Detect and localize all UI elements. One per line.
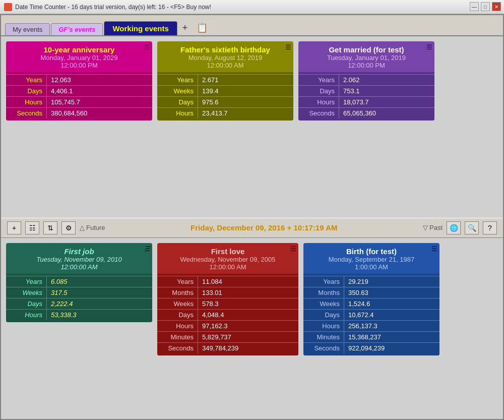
card-birth-header: Birth (for test) Monday, September 21, 1…	[303, 243, 439, 274]
card-menu-icon[interactable]: ☰	[144, 245, 150, 253]
grid-button[interactable]: ☷	[25, 221, 39, 234]
maximize-button[interactable]: □	[481, 2, 490, 11]
transfer-button[interactable]: ⇅	[43, 221, 57, 234]
card-anniversary-title: 10-year anniversary	[11, 45, 147, 54]
tab-gfevents[interactable]: GF's events	[51, 23, 103, 35]
table-row: Days 975.6	[157, 96, 293, 107]
card-married: ☰ Get married (for test) Tuesday, Januar…	[298, 41, 434, 121]
card-birth-data: Years 29.219 Months 350.63 Weeks 1,524.6…	[303, 274, 439, 355]
tabbar: My events GF's events Working events + 📋	[1, 15, 503, 36]
table-row: Hours 256,137.3	[303, 320, 439, 331]
table-row: Hours 105,745.7	[6, 96, 152, 107]
card-father-date: Monday, August 12, 2019	[162, 54, 288, 62]
card-firstjob-date: Tuesday, November 09, 2010	[11, 256, 147, 263]
settings-button[interactable]: ⚙	[61, 221, 76, 234]
card-menu-icon[interactable]: ☰	[290, 245, 296, 253]
app-icon	[4, 3, 12, 11]
table-row: Years 12.063	[6, 74, 152, 85]
card-firstjob-header: First job Tuesday, November 09, 2010 12:…	[6, 243, 152, 274]
card-married-data: Years 2.062 Days 753.1 Hours 18,073.7 Se…	[298, 72, 434, 121]
help-button[interactable]: ?	[483, 221, 497, 234]
card-firstlove-header: First love Wednesday, November 09, 2005 …	[157, 243, 298, 274]
toolbar: + ☷ ⇅ ⚙ △ Future Friday, December 09, 20…	[1, 218, 503, 238]
search-button[interactable]: 🔍	[465, 221, 479, 234]
card-birth-date: Monday, September 21, 1987	[308, 256, 434, 263]
table-row: Months 133.01	[157, 287, 298, 298]
card-anniversary-date: Monday, January 01, 2029	[11, 54, 147, 62]
table-row: Years 11.084	[157, 276, 298, 287]
add-tab-button[interactable]: +	[178, 21, 192, 35]
datetime-display: Friday, December 09, 2016 + 10:17:19 AM	[109, 223, 419, 232]
card-father: ☰ Father's sixtieth birthday Monday, Aug…	[157, 41, 293, 121]
card-menu-icon[interactable]: ☰	[144, 43, 150, 51]
bottom-panel: ☰ First job Tuesday, November 09, 2010 1…	[1, 238, 503, 419]
table-row: Years 2.671	[157, 74, 293, 85]
window-buttons: — □ ✕	[470, 2, 501, 11]
table-row: Years 2.062	[298, 74, 434, 85]
add-event-button[interactable]: +	[7, 221, 21, 234]
table-row: Weeks 1,524.6	[303, 298, 439, 309]
table-row: Hours 23,413.7	[157, 107, 293, 118]
card-birth-time: 1:00:00 AM	[308, 263, 434, 271]
card-menu-icon[interactable]: ☰	[426, 43, 432, 51]
card-father-time: 12:00:00 AM	[162, 62, 288, 69]
card-birth-title: Birth (for test)	[308, 247, 434, 256]
minimize-button[interactable]: —	[470, 2, 479, 11]
card-married-time: 12:00:00 PM	[303, 62, 429, 69]
table-row: Seconds 65,065,360	[298, 107, 434, 118]
table-row: Days 10,672.4	[303, 309, 439, 320]
table-row: Weeks 578.3	[157, 298, 298, 309]
table-row: Days 4,048.4	[157, 309, 298, 320]
table-row: Days 2,222.4	[6, 298, 152, 309]
card-firstlove-date: Wednesday, November 09, 2005	[162, 256, 293, 263]
card-firstlove-time: 12:00:00 AM	[162, 263, 293, 271]
table-row: Days 4,406.1	[6, 85, 152, 96]
card-father-header: Father's sixtieth birthday Monday, Augus…	[157, 41, 293, 72]
table-row: Years 6.085	[6, 276, 152, 287]
table-row: Seconds 922,094,239	[303, 342, 439, 353]
card-firstjob-title: First job	[11, 247, 147, 256]
card-birth: ☰ Birth (for test) Monday, September 21,…	[303, 243, 439, 355]
card-married-header: Get married (for test) Tuesday, January …	[298, 41, 434, 72]
table-row: Minutes 15,368,237	[303, 331, 439, 342]
card-menu-icon[interactable]: ☰	[431, 245, 437, 253]
card-married-date: Tuesday, January 01, 2019	[303, 54, 429, 62]
card-father-title: Father's sixtieth birthday	[162, 45, 288, 54]
titlebar: Date Time Counter - 16 days trial versio…	[0, 0, 504, 14]
table-row: Years 29.219	[303, 276, 439, 287]
table-row: Seconds 349,784,239	[157, 342, 298, 353]
table-row: Hours 97,162.3	[157, 320, 298, 331]
card-firstlove-title: First love	[162, 247, 293, 256]
card-anniversary-header: 10-year anniversary Monday, January 01, …	[6, 41, 152, 72]
title-text: Date Time Counter - 16 days trial versio…	[15, 4, 211, 11]
card-menu-icon[interactable]: ☰	[285, 43, 291, 51]
future-triangle-icon: △	[80, 224, 85, 231]
card-anniversary-data: Years 12.063 Days 4,406.1 Hours 105,745.…	[6, 72, 152, 121]
card-firstlove: ☰ First love Wednesday, November 09, 200…	[157, 243, 298, 355]
table-row: Hours 53,338.3	[6, 309, 152, 320]
card-firstjob-data: Years 6.085 Weeks 317.5 Days 2,222.4 Hou…	[6, 274, 152, 322]
top-panel: ☰ 10-year anniversary Monday, January 01…	[1, 36, 503, 218]
table-row: Months 350.63	[303, 287, 439, 298]
card-anniversary: ☰ 10-year anniversary Monday, January 01…	[6, 41, 152, 121]
table-row: Days 753.1	[298, 85, 434, 96]
tab-myevents[interactable]: My events	[5, 23, 50, 35]
card-married-title: Get married (for test)	[303, 45, 429, 54]
past-triangle-icon: ▽	[423, 224, 428, 231]
card-firstlove-data: Years 11.084 Months 133.01 Weeks 578.3 D…	[157, 274, 298, 355]
future-label: △ Future	[80, 224, 105, 231]
card-firstjob: ☰ First job Tuesday, November 09, 2010 1…	[6, 243, 152, 322]
table-row: Weeks 317.5	[6, 287, 152, 298]
table-row: Hours 18,073.7	[298, 96, 434, 107]
table-row: Seconds 380,684,560	[6, 107, 152, 118]
tab-workingevents[interactable]: Working events	[104, 21, 177, 35]
card-anniversary-time: 12:00:00 PM	[11, 62, 147, 69]
settings-tab-button[interactable]: 📋	[193, 20, 212, 35]
past-label: ▽ Past	[423, 224, 443, 231]
card-father-data: Years 2.671 Weeks 139.4 Days 975.6 Hours…	[157, 72, 293, 121]
table-row: Weeks 139.4	[157, 85, 293, 96]
app-container: My events GF's events Working events + 📋…	[0, 14, 504, 420]
globe-button[interactable]: 🌐	[447, 221, 461, 234]
table-row: Minutes 5,829,737	[157, 331, 298, 342]
close-button[interactable]: ✕	[492, 2, 501, 11]
